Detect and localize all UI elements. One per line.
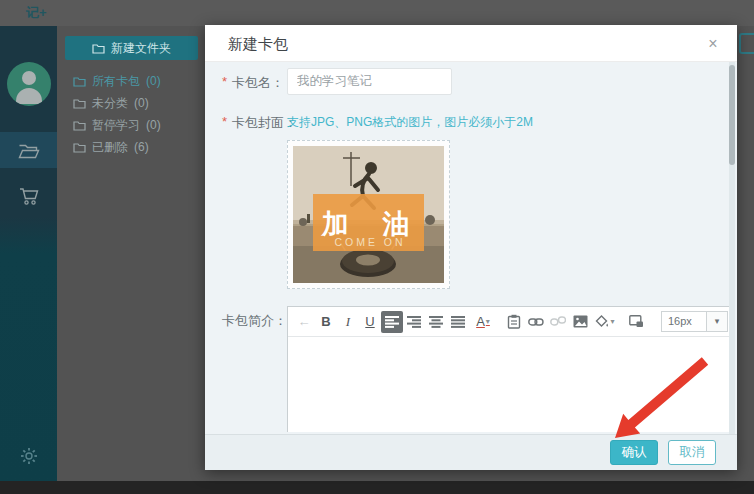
open-folder-icon <box>18 142 40 159</box>
folder-icon <box>73 76 86 87</box>
folder-count: (6) <box>134 140 149 154</box>
new-cardpack-dialog: 新建卡包 × * 卡包名： * 卡包封面： 支持JPG、PNG格式的图片，图片必… <box>205 25 737 470</box>
dropdown-caret-icon: ▾ <box>610 317 614 326</box>
folder-count: (0) <box>134 96 149 110</box>
name-label: 卡包名： <box>232 74 284 92</box>
app-logo[interactable]: 记+ <box>26 0 47 26</box>
folder-item-all[interactable]: 所有卡包 (0) <box>73 71 161 91</box>
justify-icon <box>451 316 465 328</box>
link-button[interactable] <box>525 311 547 333</box>
italic-icon: I <box>346 314 350 330</box>
cover-upload-box[interactable]: 加 油 COME ON <box>287 140 450 289</box>
folder-item-paused[interactable]: 暂停学习 (0) <box>73 115 161 135</box>
bold-icon: B <box>321 314 330 329</box>
italic-button[interactable]: I <box>337 311 359 333</box>
undo-icon: ← <box>298 314 311 329</box>
undo-button[interactable]: ← <box>293 311 315 333</box>
user-avatar[interactable] <box>7 62 51 106</box>
intro-label: 卡包简介： <box>222 312 287 330</box>
preview-button[interactable] <box>625 311 647 333</box>
dialog-header: 新建卡包 × <box>205 25 737 62</box>
obscured-button-fragment <box>739 33 754 54</box>
folder-icon <box>73 120 86 131</box>
folder-item-uncategorized[interactable]: 未分类 (0) <box>73 93 149 113</box>
justify-button[interactable] <box>447 311 469 333</box>
editor-toolbar: ← B I U <box>288 307 730 337</box>
required-mark: * <box>222 114 230 129</box>
cancel-button[interactable]: 取消 <box>668 440 716 465</box>
insert-image-button[interactable] <box>569 311 591 333</box>
close-icon[interactable]: × <box>703 34 723 54</box>
align-center-icon <box>429 316 443 328</box>
avatar-head-icon <box>22 71 36 85</box>
image-icon <box>573 315 588 328</box>
sidebar-item-folders[interactable] <box>0 132 57 168</box>
left-sidebar <box>0 26 57 481</box>
confirm-button[interactable]: 确认 <box>610 440 658 465</box>
chevron-down-icon: ▾ <box>715 316 720 326</box>
font-size-dropdown[interactable]: ▾ <box>707 311 728 332</box>
align-left-icon <box>385 316 399 328</box>
underline-icon: U <box>365 314 374 329</box>
align-right-button[interactable] <box>403 311 425 333</box>
dialog-title: 新建卡包 <box>228 25 288 62</box>
bold-button[interactable]: B <box>315 311 337 333</box>
rich-text-editor: ← B I U <box>287 306 731 432</box>
new-folder-button[interactable]: 新建文件夹 <box>65 36 198 60</box>
editor-content-area[interactable] <box>288 337 730 432</box>
scrollbar-thumb[interactable] <box>729 65 735 165</box>
folder-label: 未分类 <box>92 95 128 112</box>
font-color-button[interactable]: A▾ <box>469 311 497 333</box>
clipboard-icon <box>507 314 521 329</box>
align-center-button[interactable] <box>425 311 447 333</box>
folder-item-deleted[interactable]: 已删除 (6) <box>73 137 149 157</box>
dialog-scrollbar[interactable] <box>729 62 735 434</box>
paint-bucket-icon <box>595 315 609 328</box>
shopping-cart-icon <box>19 187 39 206</box>
folder-icon <box>73 142 86 153</box>
new-folder-label: 新建文件夹 <box>111 40 171 57</box>
align-left-button[interactable] <box>381 311 403 333</box>
folder-count: (0) <box>146 74 161 88</box>
cardpack-name-input[interactable] <box>287 68 452 95</box>
avatar-torso-icon <box>16 88 42 104</box>
dialog-body: * 卡包名： * 卡包封面： 支持JPG、PNG格式的图片，图片必须小于2M <box>205 62 737 434</box>
unlink-icon <box>550 316 566 327</box>
sidebar-item-settings[interactable] <box>0 438 57 474</box>
app-screen: 记+ <box>0 0 754 494</box>
link-icon <box>528 317 544 327</box>
top-navbar: 记+ <box>0 0 754 26</box>
folder-count: (0) <box>146 118 161 132</box>
folder-label: 所有卡包 <box>92 73 140 90</box>
unlink-button[interactable] <box>547 311 569 333</box>
folder-icon <box>92 43 105 54</box>
cover-hint: 支持JPG、PNG格式的图片，图片必须小于2M <box>287 114 533 131</box>
folder-icon <box>73 98 86 109</box>
fill-color-button[interactable]: ▾ <box>591 311 619 333</box>
folder-label: 已删除 <box>92 139 128 156</box>
preview-icon <box>629 315 644 328</box>
paste-button[interactable] <box>503 311 525 333</box>
sidebar-item-market[interactable] <box>0 178 57 214</box>
font-size-control: 16px ▾ <box>661 311 728 332</box>
cover-image: 加 油 COME ON <box>293 146 444 283</box>
font-color-icon: A <box>476 314 485 329</box>
folder-panel: 新建文件夹 所有卡包 (0) 未分类 (0) 暂停学习 (0) 已删除 (6) <box>57 26 217 481</box>
align-right-icon <box>407 316 421 328</box>
folder-label: 暂停学习 <box>92 117 140 134</box>
underline-button[interactable]: U <box>359 311 381 333</box>
cover-overlay-en-text: COME ON <box>334 236 405 248</box>
cover-overlay-cn-text: 加 油 <box>321 209 423 239</box>
gear-icon <box>19 446 39 466</box>
dropdown-caret-icon: ▾ <box>486 317 490 326</box>
font-size-input[interactable]: 16px <box>661 311 707 332</box>
bottom-edge <box>0 481 754 494</box>
dialog-footer: 确认 取消 <box>205 434 737 470</box>
required-mark: * <box>222 74 230 89</box>
